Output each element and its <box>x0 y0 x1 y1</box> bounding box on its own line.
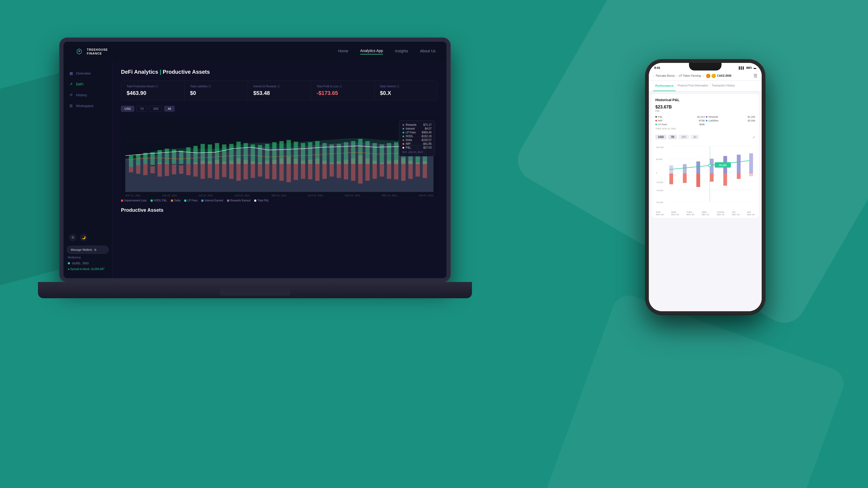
pnl-date: TUES, AUG 31, 2021 <box>655 127 755 130</box>
phone-notch <box>689 63 721 70</box>
multiplying-label: Multiplying <box>63 255 112 260</box>
phone-chart-filters: USD 7D 30D All <box>655 135 699 139</box>
cake-icon <box>706 74 710 78</box>
tooltip-dot-lpfees <box>403 132 404 133</box>
stat-label-productive: Total Productive Assets ⓘ <box>127 85 179 88</box>
chart-x-axis: MAY 01, 2021 JUN 01, 2021 JUL 01, 2021 A… <box>125 193 433 196</box>
pnl-details: P&L $1,013 Rewards $1,200 IMP -$79B <box>655 116 755 126</box>
sidebar-item-history[interactable]: ↺ History <box>63 90 112 100</box>
settings-icon[interactable]: ⚙ <box>69 234 76 241</box>
phone-app-nav: ‹ Pancake Bunny › LP Token Farming › CAK… <box>649 71 762 81</box>
stat-total-pnl: Total Profit & Loss ⓘ -$173.65 <box>311 81 374 100</box>
productive-assets-section-label: Productive Assets <box>121 207 438 213</box>
pnl-dot-pnl <box>655 116 657 118</box>
main-chart-svg <box>125 119 433 192</box>
chart-filters: USD 7D 30D All <box>121 106 438 112</box>
legend-dot-delta <box>171 199 173 202</box>
stats-row: Total Productive Assets ⓘ $463.90 Total … <box>121 80 438 100</box>
stat-label-pnl: Total Profit & Loss ⓘ <box>316 85 369 88</box>
sidebar-item-defi[interactable]: ↗ DeFi <box>63 78 112 90</box>
sidebar: ▦ Overview ↗ DeFi ↺ History ⊞ Workspace <box>63 61 112 278</box>
laptop-screen: TREEHOUSE FINANCE Home Analytics App Ins… <box>60 38 450 282</box>
svg-rect-103 <box>683 164 686 173</box>
logo-icon <box>74 46 84 56</box>
breadcrumb-sep1: › <box>677 74 677 77</box>
pnl-detail-pnl: P&L $1,013 <box>655 116 705 118</box>
menu-icon[interactable]: ☰ <box>753 73 757 78</box>
stat-value-productive: $463.90 <box>127 90 179 96</box>
phone-status-icons: ▌▌▌ WiFi ▬ <box>739 66 756 69</box>
tooltip-row-pnl: P&L $27.03 <box>403 146 432 149</box>
legend-imp-loss: Impermanent Loss <box>121 199 147 202</box>
phone-outer: 9:41 ▌▌▌ WiFi ▬ ‹ Pancake Bunny › LP Tok… <box>646 60 765 315</box>
phone-filter-30d[interactable]: 30D <box>679 135 689 139</box>
manage-wallets-button[interactable]: Manage Wallets ⚙ <box>67 246 109 254</box>
svg-rect-112 <box>737 173 741 179</box>
pnl-dot-lpfees <box>655 124 657 125</box>
phone-currency-usd[interactable]: USD <box>655 135 666 139</box>
phone-filter-7d[interactable]: 7D <box>668 135 677 139</box>
tooltip-dot-rewards <box>403 124 404 126</box>
phone-content: Historical P&L $23.67B P&L P&L $1 <box>649 91 762 311</box>
tooltip-row-lpfees: LP Fees $969.45 <box>403 131 432 134</box>
tooltip-date: SAT, JAN 01, 2022 <box>403 151 432 154</box>
pnl-main-label: P&L <box>655 109 672 112</box>
sidebar-item-workspace[interactable]: ⊞ Workspace <box>63 100 112 111</box>
chart-tooltip: Rewards $71.17 Interest $4.07 LP Fees <box>399 120 435 156</box>
historical-pnl-section: Historical P&L $23.67B P&L P&L $1 <box>652 94 759 218</box>
legend-interest: Interest Earned <box>201 199 223 202</box>
nav-insights[interactable]: Insights <box>395 49 408 54</box>
legend-total-pnl: Total P&L <box>254 199 269 202</box>
svg-rect-114 <box>749 173 753 176</box>
nav-about[interactable]: About Us <box>420 49 436 54</box>
overview-icon: ▦ <box>69 71 73 75</box>
laptop-trackpad <box>220 286 290 295</box>
theme-icon[interactable]: 🌙 <box>80 234 87 241</box>
pnl-dot-rewards <box>706 116 707 118</box>
currency-filter-usd[interactable]: USD <box>121 106 134 112</box>
svg-rect-113 <box>749 153 753 173</box>
time-filter-30d[interactable]: 30D <box>150 106 162 112</box>
top-nav: TREEHOUSE FINANCE Home Analytics App Ins… <box>63 42 446 61</box>
pnl-main-value: $23.67B <box>655 105 672 109</box>
tooltip-dot-pnl <box>403 147 404 149</box>
time-filter-7d[interactable]: 7D <box>136 106 147 112</box>
tooltip-row-delta: Delta -$150.57 <box>403 138 432 141</box>
sync-status: ● Synced to block: 10,093,997 <box>63 266 112 272</box>
tab-protocol-pool[interactable]: Protocol Pool Information <box>676 81 710 91</box>
pnl-stats: $23.67B P&L <box>655 105 755 112</box>
phone-filter-all[interactable]: All <box>691 135 699 139</box>
legend-dot-lp <box>184 199 186 202</box>
pnl-dot-liabilities <box>706 120 707 122</box>
tooltip-dot-hodl <box>403 135 404 137</box>
defi-icon: ↗ <box>69 82 73 86</box>
breadcrumb-lp: LP Token Farming <box>679 74 701 77</box>
back-chevron-icon[interactable]: ‹ <box>653 74 654 77</box>
time-filter-all[interactable]: All <box>164 106 175 112</box>
tab-performance[interactable]: Performance <box>653 81 676 91</box>
tooltip-dot-imp <box>403 143 404 145</box>
app-container: TREEHOUSE FINANCE Home Analytics App Ins… <box>63 42 446 278</box>
tab-transaction-history[interactable]: Transaction History <box>710 81 737 91</box>
stat-total-productive: Total Productive Assets ⓘ $463.90 <box>121 81 184 100</box>
svg-rect-105 <box>696 161 700 173</box>
expand-icon[interactable]: ⤢ <box>752 135 755 139</box>
tooltip-row-imp: IMP -$41.85 <box>403 142 432 145</box>
logo: TREEHOUSE FINANCE <box>74 46 108 56</box>
signal-icon: ▌▌▌ <box>739 66 745 69</box>
legend-dot-imp <box>121 199 123 202</box>
breadcrumb-sep2: › <box>703 74 703 77</box>
page-title: DeFi Analytics | Productive Assets <box>121 69 438 75</box>
phone-chart-svg: 100,000 40,000 0 -20,000 -40,000 -90,000 <box>655 144 755 209</box>
stat-label-daily: Daily Interest ⓘ <box>380 85 432 88</box>
nav-analytics[interactable]: Analytics App <box>360 48 383 55</box>
logo-text: TREEHOUSE FINANCE <box>87 48 108 56</box>
sidebar-item-overview[interactable]: ▦ Overview <box>63 68 112 78</box>
workspace-icon: ⊞ <box>69 104 73 108</box>
legend-dot-hodl <box>151 199 153 202</box>
nav-home[interactable]: Home <box>338 49 348 54</box>
wallet-active-indicator <box>68 262 70 264</box>
bnb-icon <box>712 74 716 78</box>
svg-text:40,000: 40,000 <box>656 158 663 161</box>
tooltip-row-rewards: Rewards $71.17 <box>403 123 432 126</box>
